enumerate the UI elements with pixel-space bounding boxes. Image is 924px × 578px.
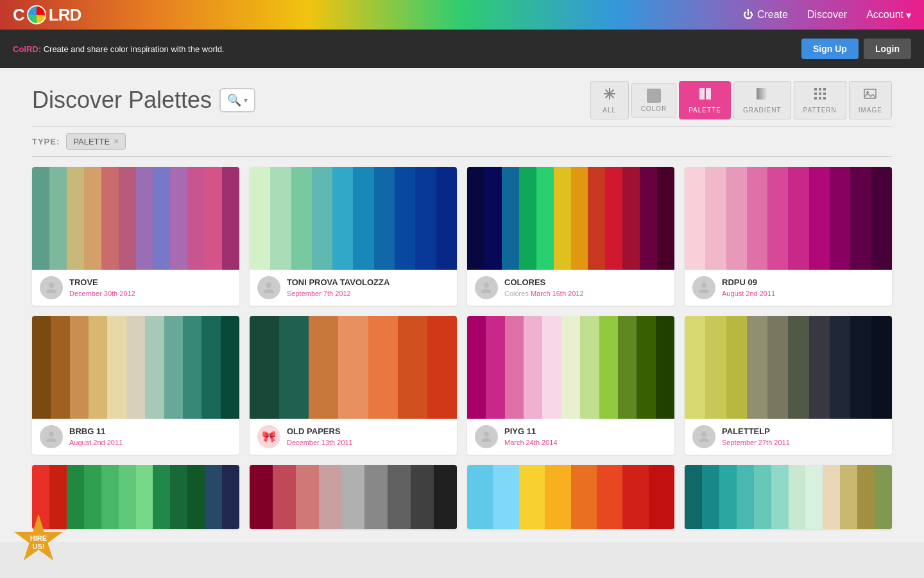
logo[interactable]: C LRD [13, 5, 81, 25]
color-strip [32, 465, 49, 529]
color-strip [84, 167, 101, 270]
color-strip [542, 316, 561, 419]
palette-card-rdpu09[interactable]: RDPU 09August 2nd 2011 [685, 167, 892, 306]
palette-card-colores[interactable]: COLORESColores March 16th 2012 [467, 167, 674, 306]
palette-card-trove[interactable]: TROVEDecember 30th 2012 [32, 167, 239, 306]
palette-date: September 27th 2011 [722, 436, 884, 448]
svg-rect-3 [814, 88, 817, 91]
color-tab-label: COLOR [641, 105, 667, 112]
palette-colors-rdpu09 [685, 167, 892, 270]
palette-meta-piyg11: PIYG 11March 24th 2014 [504, 426, 667, 448]
color-strip [153, 465, 170, 529]
color-strip [788, 316, 809, 419]
filter-tab-image[interactable]: IMAGE [849, 81, 892, 119]
palette-card-partial4[interactable] [685, 465, 892, 529]
palette-colors-partial1 [32, 465, 239, 529]
color-strip [467, 316, 486, 419]
palette-meta-colores: COLORESColores March 16th 2012 [504, 277, 667, 299]
palette-colors-toni-prova [250, 167, 457, 270]
type-filter: TYPE: PALETTE × [32, 126, 892, 157]
color-strip [89, 316, 107, 419]
banner: ColRD: Create and share color inspiratio… [0, 30, 924, 68]
palette-meta-toni-prova: TONI PROVA TAVOLOZZASeptember 7th 2012 [287, 277, 449, 299]
color-strip [250, 167, 270, 270]
filter-tab-gradient[interactable]: GRADIENT [733, 81, 791, 119]
color-strip [250, 465, 273, 529]
type-tag-palette[interactable]: PALETTE × [66, 133, 126, 150]
palette-card-brbg11[interactable]: BRBG 11August 2nd 2011 [32, 316, 239, 455]
svg-point-19 [484, 432, 489, 437]
color-strip [705, 167, 726, 270]
color-tab-icon [647, 89, 661, 103]
logo-icon [27, 5, 46, 24]
signup-button[interactable]: Sign Up [801, 39, 859, 59]
color-strip [502, 167, 519, 270]
color-strip [338, 316, 368, 419]
search-box[interactable]: 🔍 ▾ [219, 88, 255, 112]
discover-link[interactable]: Discover [807, 9, 847, 21]
color-strip [164, 316, 183, 419]
palette-card-partial2[interactable] [250, 465, 457, 529]
svg-rect-0 [699, 88, 705, 100]
filter-tabs: ALLCOLORPALETTEGRADIENTPATTERNIMAGE [590, 81, 892, 119]
type-tag-remove-icon[interactable]: × [114, 136, 119, 146]
palette-card-piyg11[interactable]: PIYG 11March 24th 2014 [467, 316, 674, 455]
palette-name: RDPU 09 [722, 277, 884, 287]
color-strip [32, 167, 49, 270]
color-strip [222, 167, 239, 270]
color-strip [519, 465, 545, 529]
palette-card-old-papers[interactable]: 🎀OLD PAPERSDecember 13th 2011 [250, 316, 457, 455]
palette-card-partial1[interactable] [32, 465, 239, 529]
svg-point-15 [266, 283, 271, 288]
color-strip [767, 167, 788, 270]
color-strip [554, 167, 571, 270]
color-strip [415, 167, 436, 270]
color-strip [809, 316, 830, 419]
color-strip [588, 167, 605, 270]
color-strip [353, 167, 373, 270]
color-strip [705, 316, 726, 419]
svg-rect-12 [864, 89, 876, 98]
create-link[interactable]: ⏻ Create [743, 9, 788, 21]
svg-rect-9 [814, 97, 817, 100]
palette-card-palettelp[interactable]: PALETTELPSeptember 27th 2011 [685, 316, 892, 455]
color-strip [524, 316, 542, 419]
color-strip [857, 465, 875, 529]
color-strip [580, 316, 599, 419]
color-strip [374, 167, 395, 270]
create-label: Create [757, 9, 788, 21]
palette-name: COLORES [504, 277, 667, 287]
color-strip [67, 465, 84, 529]
palette-date: Colores March 16th 2012 [504, 287, 667, 299]
svg-point-20 [701, 432, 706, 437]
filter-tab-pattern[interactable]: PATTERN [794, 81, 846, 119]
palette-date: September 7th 2012 [287, 287, 449, 299]
color-strip [754, 465, 771, 529]
color-strip [871, 316, 892, 419]
color-strip [597, 465, 622, 529]
color-strip [605, 167, 622, 270]
avatar [692, 425, 715, 448]
palette-tab-label: PALETTE [689, 107, 721, 114]
account-label: Account [866, 9, 903, 21]
color-strip [545, 465, 570, 529]
palette-name: TONI PROVA TAVOLOZZA [287, 277, 449, 287]
filter-tab-color[interactable]: COLOR [631, 83, 677, 118]
palette-info-rdpu09: RDPU 09August 2nd 2011 [685, 270, 892, 306]
color-strip [187, 465, 205, 529]
login-button[interactable]: Login [864, 39, 911, 59]
palette-meta-rdpu09: RDPU 09August 2nd 2011 [722, 277, 884, 299]
filter-tab-palette[interactable]: PALETTE [679, 81, 731, 119]
gradient-tab-label: GRADIENT [743, 107, 782, 114]
color-strip [49, 167, 67, 270]
palette-card-partial3[interactable] [467, 465, 674, 529]
svg-rect-2 [757, 88, 768, 100]
all-tab-label: ALL [603, 107, 616, 114]
filter-tab-all[interactable]: ALL [590, 81, 629, 119]
palette-card-toni-prova[interactable]: TONI PROVA TAVOLOZZASeptember 7th 2012 [250, 167, 457, 306]
color-strip [747, 167, 767, 270]
palette-colors-palettelp [685, 316, 892, 419]
color-strip [726, 316, 747, 419]
svg-rect-8 [823, 92, 826, 95]
account-link[interactable]: Account ▾ [866, 9, 911, 21]
